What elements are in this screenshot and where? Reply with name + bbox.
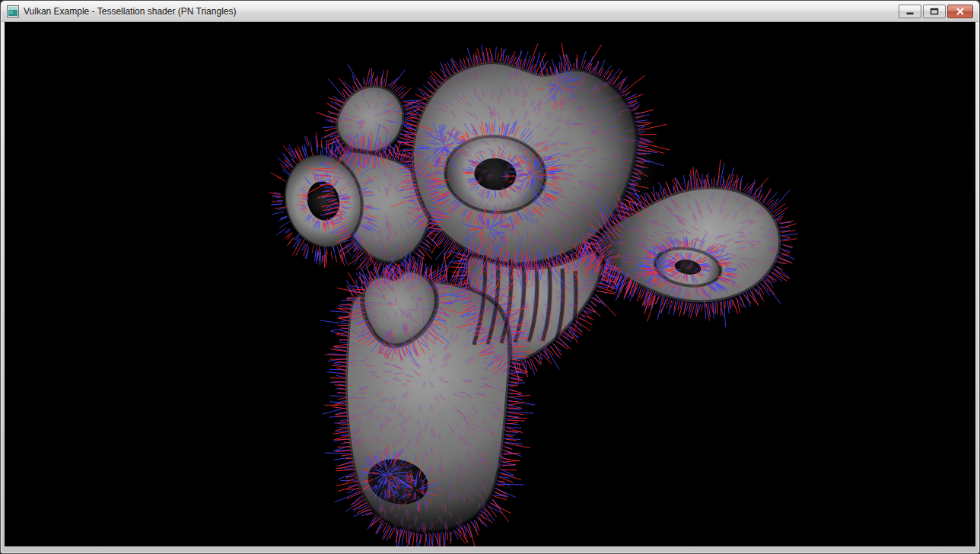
viewport-canvas[interactable] xyxy=(5,22,975,546)
minimize-icon xyxy=(905,8,915,15)
app-window: Vulkan Example - Tessellation shader (PN… xyxy=(0,0,980,554)
app-icon xyxy=(7,5,19,18)
viewport[interactable] xyxy=(5,22,975,546)
titlebar[interactable]: Vulkan Example - Tessellation shader (PN… xyxy=(2,2,978,22)
close-icon xyxy=(956,8,965,15)
window-controls xyxy=(899,5,973,18)
minimize-button[interactable] xyxy=(899,5,921,18)
maximize-button[interactable] xyxy=(923,5,946,18)
close-button[interactable] xyxy=(947,5,973,18)
window-title: Vulkan Example - Tessellation shader (PN… xyxy=(24,6,894,17)
maximize-icon xyxy=(930,8,939,15)
